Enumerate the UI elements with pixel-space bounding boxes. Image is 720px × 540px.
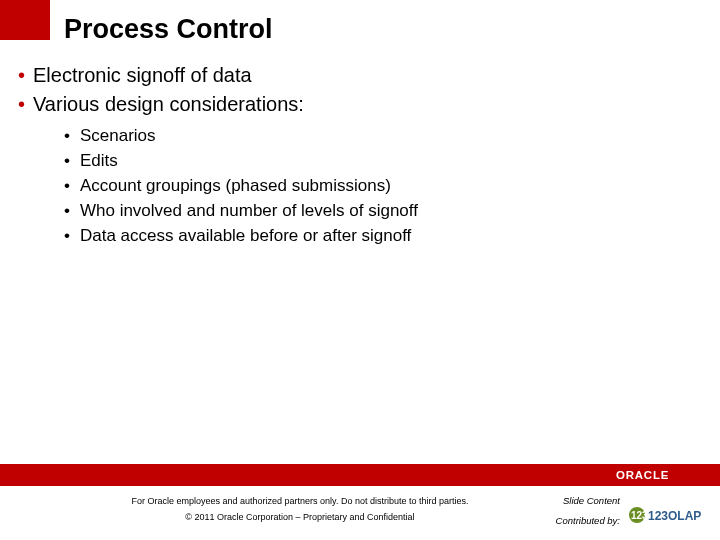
olap-logo-svg: 123 123OLAP	[628, 504, 706, 526]
bullet-l2: •Data access available before or after s…	[64, 226, 696, 246]
bullet-l1: •Electronic signoff of data	[18, 64, 696, 87]
oracle-logo-icon: ORACLE	[616, 467, 706, 483]
bullet-l2: •Edits	[64, 151, 696, 171]
bullet-l1-text: Various design considerations:	[33, 93, 304, 115]
bullet-l1: •Various design considerations:	[18, 93, 696, 116]
bullet-l2: •Who involved and number of levels of si…	[64, 201, 696, 221]
bullet-l2-text: Scenarios	[80, 126, 156, 145]
bullet-icon: •	[64, 201, 70, 220]
bullet-l2: •Scenarios	[64, 126, 696, 146]
sub-bullet-list: •Scenarios •Edits •Account groupings (ph…	[64, 126, 696, 246]
olap-wordmark-text: 123OLAP	[648, 509, 701, 523]
decorative-red-block	[0, 0, 50, 40]
slide-content-label: Slide Content	[563, 495, 620, 506]
bullet-l2-text: Data access available before or after si…	[80, 226, 411, 245]
oracle-wordmark-svg: ORACLE	[616, 468, 706, 482]
bullet-l2-text: Edits	[80, 151, 118, 170]
bullet-icon: •	[18, 64, 25, 86]
bullet-l2-text: Who involved and number of levels of sig…	[80, 201, 418, 220]
slide-body: •Electronic signoff of data •Various des…	[18, 64, 696, 251]
slide-title: Process Control	[64, 14, 273, 45]
footer-red-bar: ORACLE	[0, 464, 720, 486]
bullet-l1-text: Electronic signoff of data	[33, 64, 252, 86]
bullet-icon: •	[18, 93, 25, 115]
slide: Process Control •Electronic signoff of d…	[0, 0, 720, 540]
footer-disclaimer-line1: For Oracle employees and authorized part…	[0, 496, 660, 506]
bullet-icon: •	[64, 226, 70, 245]
bullet-l2-text: Account groupings (phased submissions)	[80, 176, 391, 195]
bullet-l2: •Account groupings (phased submissions)	[64, 176, 696, 196]
olap-logo-icon: 123 123OLAP	[628, 504, 706, 530]
bullet-icon: •	[64, 151, 70, 170]
bullet-icon: •	[64, 126, 70, 145]
contributed-by-label: Contributed by:	[556, 515, 620, 526]
oracle-wordmark-text: ORACLE	[616, 469, 669, 481]
olap-logo-123: 123	[631, 510, 648, 521]
bullet-icon: •	[64, 176, 70, 195]
